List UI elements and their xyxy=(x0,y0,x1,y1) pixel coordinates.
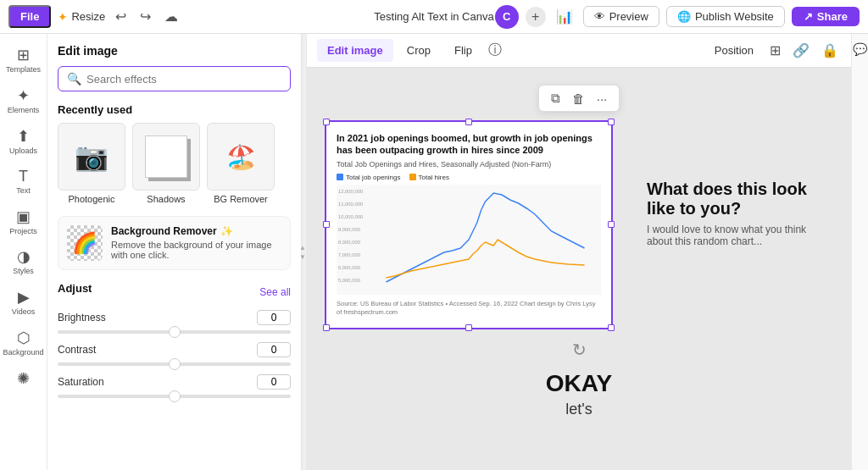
tab-flip[interactable]: Flip xyxy=(444,39,482,62)
copy-button[interactable]: ⧉ xyxy=(548,89,564,108)
effect-bg-remover[interactable]: 🏖️ BG Remover xyxy=(207,123,275,204)
brightness-thumb[interactable] xyxy=(169,326,181,338)
bg-remover-thumb: 🏖️ xyxy=(207,123,275,191)
canvas-area: Edit image Crop Flip ⓘ Position ⊞ 🔗 🔒 ⧉ … xyxy=(307,34,851,470)
legend-openings: Total job openings xyxy=(337,174,401,181)
sidebar-item-uploads[interactable]: ⬆ Uploads xyxy=(3,122,45,161)
divider-down-arrow: ▼ xyxy=(299,253,306,261)
sidebar-item-videos[interactable]: ▶ Videos xyxy=(3,283,45,322)
sidebar-item-text[interactable]: T Text xyxy=(3,163,45,201)
brightness-label: Brightness xyxy=(58,312,106,323)
more-options-button[interactable]: ··· xyxy=(593,90,611,108)
templates-icon: ⊞ xyxy=(17,46,30,64)
brightness-row: Brightness xyxy=(58,310,291,334)
right-heading: What does this look like to you? xyxy=(647,180,816,218)
effect-shadows[interactable]: Shadows xyxy=(132,123,200,204)
divider-arrows: ▲ ▼ xyxy=(299,244,306,261)
adjust-header: Adjust See all xyxy=(58,282,291,301)
contrast-input[interactable] xyxy=(257,342,291,357)
saturation-label: Saturation xyxy=(58,376,104,388)
shadows-thumb xyxy=(132,123,200,191)
add-collaborator-button[interactable]: + xyxy=(526,7,546,27)
legend-hires-label: Total hires xyxy=(419,174,449,181)
share-button[interactable]: ↗ Share xyxy=(792,7,860,26)
handle-bl[interactable] xyxy=(323,324,330,331)
file-button[interactable]: File xyxy=(8,5,51,28)
svg-text:11,000,000: 11,000,000 xyxy=(338,202,364,207)
chart-area: 12,000,000 11,000,000 10,000,000 9,000,0… xyxy=(337,185,601,295)
tab-edit-image[interactable]: Edit image xyxy=(317,39,393,62)
analytics-button[interactable]: 📊 xyxy=(553,5,576,28)
right-handle-panel: 💬 xyxy=(851,34,868,470)
contrast-label: Contrast xyxy=(58,344,96,356)
tab-crop[interactable]: Crop xyxy=(397,39,441,62)
brightness-input[interactable] xyxy=(257,310,291,325)
refresh-button[interactable]: ↻ xyxy=(572,340,587,360)
photogenic-thumb: 📷 xyxy=(58,123,125,191)
text-okay: OKAY xyxy=(546,370,612,397)
elements-label: Elements xyxy=(8,107,40,115)
share-label: Share xyxy=(817,10,848,23)
publish-button[interactable]: 🌐 Publish Website xyxy=(666,6,785,27)
contrast-track xyxy=(58,362,291,366)
sidebar-item-templates[interactable]: ⊞ Templates xyxy=(3,41,45,80)
projects-label: Projects xyxy=(9,228,37,236)
lock-tool-button[interactable]: 🔒 xyxy=(819,40,841,61)
comment-button[interactable]: 💬 xyxy=(853,42,867,56)
shadow-box xyxy=(145,135,187,178)
grid-tool-button[interactable]: ⊞ xyxy=(767,40,783,61)
uploads-label: Uploads xyxy=(9,147,37,156)
float-toolbar: ⧉ 🗑 ··· xyxy=(538,85,620,112)
contrast-thumb[interactable] xyxy=(169,358,181,370)
info-button[interactable]: ⓘ xyxy=(486,39,504,62)
canvas-content: ⧉ 🗑 ··· In 2021 job openings boomed, but… xyxy=(307,68,851,470)
effect-photogenic[interactable]: 📷 Photogenic xyxy=(58,123,125,204)
styles-icon: ◑ xyxy=(17,247,31,266)
search-input[interactable] xyxy=(86,73,281,86)
sidebar-item-projects[interactable]: ▣ Projects xyxy=(3,202,45,241)
text-label: Text xyxy=(16,187,31,196)
refresh-wrapper: ↻ xyxy=(572,340,587,360)
legend-dot-hires xyxy=(409,174,416,180)
user-avatar[interactable]: C xyxy=(495,5,519,29)
undo-button[interactable]: ↩ xyxy=(112,5,130,28)
link-tool-button[interactable]: 🔗 xyxy=(790,40,812,61)
handle-tm[interactable] xyxy=(465,119,472,125)
redo-button[interactable]: ↪ xyxy=(136,5,154,28)
cloud-save-button[interactable]: ☁ xyxy=(161,5,181,28)
handle-lm[interactable] xyxy=(323,221,330,228)
handle-bm[interactable] xyxy=(465,324,472,331)
videos-label: Videos xyxy=(12,308,35,317)
handle-rm[interactable] xyxy=(608,221,615,228)
handle-tl[interactable] xyxy=(323,119,330,125)
position-button[interactable]: Position xyxy=(708,41,760,60)
handle-br[interactable] xyxy=(608,324,615,331)
sidebar-item-background[interactable]: ⬡ Background xyxy=(3,323,45,362)
sidebar-item-apps[interactable]: ✺ xyxy=(3,364,45,395)
brightness-track xyxy=(58,330,291,334)
photogenic-label: Photogenic xyxy=(68,194,114,204)
videos-icon: ▶ xyxy=(18,288,30,307)
preview-button[interactable]: 👁 Preview xyxy=(583,6,659,27)
bg-remover-label: BG Remover xyxy=(214,194,268,204)
resize-button[interactable]: ✦ Resize xyxy=(58,10,105,24)
canvas-wrapper: In 2021 job openings boomed, but growth … xyxy=(325,120,833,329)
delete-button[interactable]: 🗑 xyxy=(569,90,588,108)
saturation-thumb[interactable] xyxy=(169,390,181,402)
styles-label: Styles xyxy=(13,268,34,276)
shadows-label: Shadows xyxy=(147,194,185,204)
panel-heading: Edit image xyxy=(58,44,291,58)
share-icon: ↗ xyxy=(804,10,813,23)
templates-label: Templates xyxy=(6,66,41,75)
chart-svg: 12,000,000 11,000,000 10,000,000 9,000,0… xyxy=(337,185,601,295)
saturation-input[interactable] xyxy=(257,374,291,390)
handle-tr[interactable] xyxy=(608,119,615,125)
image-card[interactable]: In 2021 job openings boomed, but growth … xyxy=(325,120,613,329)
topbar-right: C + 📊 👁 Preview 🌐 Publish Website ↗ Shar… xyxy=(495,5,860,29)
sidebar-item-styles[interactable]: ◑ Styles xyxy=(3,242,45,281)
uploads-icon: ⬆ xyxy=(17,127,30,146)
preview-label: Preview xyxy=(609,10,648,23)
see-all-button[interactable]: See all xyxy=(259,286,291,298)
sidebar-item-elements[interactable]: ✦ Elements xyxy=(3,81,45,120)
resize-label: Resize xyxy=(71,10,105,23)
